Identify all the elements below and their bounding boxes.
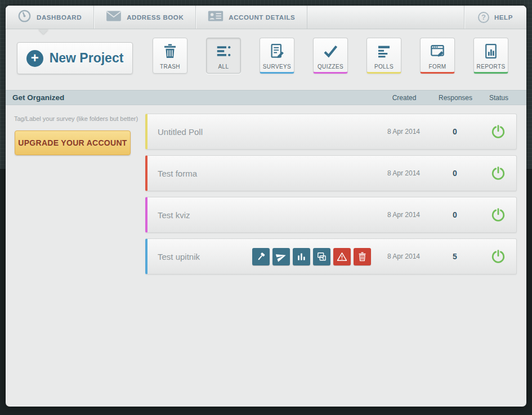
duplicate-icon[interactable] <box>313 248 330 265</box>
responses-count: 0 <box>430 169 480 178</box>
id-card-icon <box>208 11 223 24</box>
power-icon[interactable] <box>491 208 506 222</box>
project-row-test-upitnik[interactable]: Test upitnik <box>145 238 517 274</box>
app-window: DASHBOARD ADDRESS BOOK ACCOUNT DETAILS ?… <box>6 6 526 407</box>
nav-tab-label: HELP <box>494 14 513 21</box>
form-window-icon <box>429 43 446 62</box>
project-title: Test forma <box>158 169 378 178</box>
status-cell <box>480 124 516 139</box>
list-icon <box>215 43 232 62</box>
nav-tab-account-details[interactable]: ACCOUNT DETAILS <box>196 6 307 29</box>
checkmark-icon <box>322 43 339 62</box>
filter-label: SURVEYS <box>263 64 291 70</box>
survey-document-icon <box>269 43 285 62</box>
top-nav: DASHBOARD ADDRESS BOOK ACCOUNT DETAILS ?… <box>6 6 526 29</box>
trash-icon <box>162 43 178 62</box>
filter-quizzes-button[interactable]: QUIZZES <box>313 38 348 74</box>
plus-circle-icon: + <box>26 50 43 67</box>
created-date: 8 Apr 2014 <box>378 128 430 136</box>
row-action-buttons <box>252 248 371 265</box>
filter-buttons: TRASH ALL SURVEYS QUIZZES <box>153 38 508 74</box>
nav-tab-dashboard[interactable]: DASHBOARD <box>6 6 94 29</box>
sidebar-tagline: Tag/Label your survey (like folders but … <box>6 114 140 122</box>
status-cell <box>480 208 516 222</box>
created-date: 8 Apr 2014 <box>378 169 430 177</box>
filter-reports-button[interactable]: REPORTS <box>473 38 508 74</box>
poll-bars-icon <box>375 43 392 62</box>
new-project-button[interactable]: + New Project <box>17 42 133 74</box>
report-chart-icon <box>482 43 499 62</box>
status-cell <box>480 166 516 181</box>
nav-tab-label: ADDRESS BOOK <box>127 14 184 21</box>
column-header-created: Created <box>378 94 430 102</box>
launch-plane-icon[interactable] <box>272 248 290 265</box>
section-header-bar: Get Organized Created Responses Status <box>6 90 526 105</box>
project-row-test-forma[interactable]: Test forma 8 Apr 2014 0 <box>145 155 517 191</box>
filter-label: TRASH <box>160 64 180 70</box>
nav-tab-label: ACCOUNT DETAILS <box>229 14 295 21</box>
project-title: Test upitnik <box>158 252 252 261</box>
status-cell <box>480 249 516 264</box>
section-title: Get Organized <box>12 93 64 102</box>
build-hammer-icon[interactable] <box>252 248 270 265</box>
results-bars-icon[interactable] <box>293 248 310 265</box>
question-circle-icon: ? <box>478 12 489 23</box>
nav-tab-label: DASHBOARD <box>37 14 82 21</box>
filter-label: ALL <box>218 64 229 70</box>
filter-label: QUIZZES <box>318 64 343 70</box>
toolbar: + New Project TRASH ALL SURVEYS <box>6 29 526 90</box>
filter-label: POLLS <box>374 64 394 70</box>
gauge-icon <box>17 9 32 25</box>
new-project-label: New Project <box>50 51 124 66</box>
nav-tab-help[interactable]: ? HELP <box>464 6 526 29</box>
main-content: Tag/Label your survey (like folders but … <box>6 105 526 280</box>
responses-count: 5 <box>430 252 480 261</box>
power-icon[interactable] <box>491 124 506 139</box>
project-row-untitled-poll[interactable]: Untitled Poll 8 Apr 2014 0 <box>145 114 517 150</box>
warning-icon[interactable] <box>333 248 351 265</box>
column-header-status: Status <box>481 94 517 102</box>
upgrade-account-button[interactable]: UPGRADE YOUR ACCOUNT <box>15 130 131 155</box>
nav-tab-address-book[interactable]: ADDRESS BOOK <box>94 6 196 29</box>
project-title: Untitled Poll <box>158 127 378 137</box>
filter-label: FORM <box>428 64 446 70</box>
filter-trash-button[interactable]: TRASH <box>153 38 187 74</box>
project-title: Test kviz <box>158 210 378 220</box>
project-row-test-kviz[interactable]: Test kviz 8 Apr 2014 0 <box>145 197 517 233</box>
filter-all-button[interactable]: ALL <box>206 38 241 74</box>
project-list: Untitled Poll 8 Apr 2014 0 Test forma 8 … <box>145 114 517 280</box>
filter-polls-button[interactable]: POLLS <box>366 38 401 74</box>
column-header-responses: Responses <box>430 94 481 102</box>
filter-label: REPORTS <box>477 64 506 70</box>
delete-trash-icon[interactable] <box>354 248 371 265</box>
power-icon[interactable] <box>491 166 506 181</box>
filter-form-button[interactable]: FORM <box>420 38 455 74</box>
sidebar: Tag/Label your survey (like folders but … <box>6 114 140 280</box>
responses-count: 0 <box>430 210 480 219</box>
created-date: 8 Apr 2014 <box>378 252 430 260</box>
created-date: 8 Apr 2014 <box>378 211 430 219</box>
active-tab-pointer <box>38 29 48 34</box>
envelope-icon <box>106 11 122 24</box>
power-icon[interactable] <box>491 249 506 264</box>
responses-count: 0 <box>430 127 480 136</box>
column-headers: Created Responses Status <box>378 94 517 102</box>
filter-surveys-button[interactable]: SURVEYS <box>260 38 294 74</box>
